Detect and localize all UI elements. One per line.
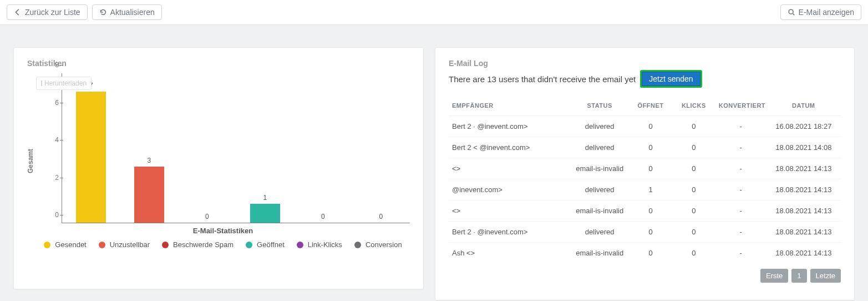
content: Statistiken Herunterladen Gesamt 730100 … bbox=[0, 25, 868, 301]
chart-plot: 730100 02468 bbox=[62, 73, 410, 223]
legend-dot bbox=[44, 242, 50, 248]
legend-dot bbox=[246, 242, 252, 248]
cell-status: delivered bbox=[570, 179, 629, 200]
legend-item-beschwerde-spam[interactable]: Beschwerde Spam bbox=[162, 240, 234, 249]
table-row[interactable]: <>email-is-invalid00-18.08.2021 14:13 bbox=[449, 200, 841, 222]
pager: Erste 1 Letzte bbox=[449, 269, 841, 283]
bar-value-label: 3 bbox=[120, 157, 179, 164]
legend-label: Unzustellbar bbox=[110, 240, 150, 249]
download-button[interactable]: Herunterladen bbox=[36, 77, 92, 90]
y-tick: 6 bbox=[43, 99, 59, 107]
cell-date: 18.08.2021 14:13 bbox=[767, 158, 841, 179]
cell-recipient: Bert 2 · @inevent.com> bbox=[449, 116, 570, 137]
col-opens[interactable]: ÖFFNET bbox=[629, 96, 672, 116]
cell-recipient: Bert 2 < @inevent.com> bbox=[449, 137, 570, 158]
view-email-label: E-Mail anzeigen bbox=[799, 8, 854, 17]
legend-item-conversion[interactable]: Conversion bbox=[354, 240, 402, 249]
legend-label: Link-Klicks bbox=[308, 240, 342, 249]
email-log-card: E-Mail Log There are 13 users that didn'… bbox=[435, 47, 855, 300]
bar-value-label: 1 bbox=[236, 194, 295, 202]
col-status[interactable]: STATUS bbox=[570, 96, 629, 116]
pager-first-button[interactable]: Erste bbox=[760, 269, 788, 283]
col-date[interactable]: DATUM bbox=[767, 96, 841, 116]
cell-status: email-is-invalid bbox=[570, 243, 629, 264]
pager-last-button[interactable]: Letzte bbox=[810, 269, 841, 283]
x-axis-title: E-Mail-Statistiken bbox=[36, 227, 410, 235]
legend-dot bbox=[162, 242, 169, 248]
search-icon bbox=[788, 8, 795, 16]
topbar: Zurück zur Liste Aktualisieren E-Mail an… bbox=[0, 0, 868, 25]
cell-clicks: 0 bbox=[672, 222, 715, 243]
send-highlight-frame: Jetzt senden bbox=[640, 70, 702, 88]
stats-title: Statistiken bbox=[27, 59, 410, 68]
chart-legend: GesendetUnzustellbarBeschwerde SpamGeöff… bbox=[36, 240, 410, 249]
svg-line-1 bbox=[793, 14, 794, 16]
log-header: E-Mail Log There are 13 users that didn'… bbox=[449, 59, 841, 88]
log-title: E-Mail Log bbox=[449, 59, 841, 68]
download-icon bbox=[41, 81, 42, 86]
send-now-button[interactable]: Jetzt senden bbox=[642, 72, 700, 86]
cell-date: 18.08.2021 14:13 bbox=[767, 243, 841, 264]
cell-date: 18.08.2021 14:13 bbox=[767, 200, 841, 222]
cell-recipient: <> bbox=[449, 200, 570, 222]
table-row[interactable]: Bert 2 · @inevent.com>delivered00-16.08.… bbox=[449, 116, 841, 137]
y-tick: 8 bbox=[43, 61, 59, 69]
bar-beschwerde-spam: 0 bbox=[178, 73, 236, 223]
legend-item-link-klicks[interactable]: Link-Klicks bbox=[297, 240, 342, 249]
cell-opens: 0 bbox=[629, 116, 672, 137]
bar-value-label: 0 bbox=[178, 213, 236, 220]
table-row[interactable]: <>email-is-invalid00-18.08.2021 14:13 bbox=[449, 158, 841, 179]
col-clicks[interactable]: KLICKS bbox=[672, 96, 715, 116]
pager-page-1-button[interactable]: 1 bbox=[791, 269, 806, 283]
cell-status: delivered bbox=[570, 222, 629, 243]
bar-value-label: 0 bbox=[352, 213, 410, 220]
cell-opens: 1 bbox=[629, 179, 672, 200]
cell-date: 18.08.2021 14:13 bbox=[767, 179, 841, 200]
topbar-right: E-Mail anzeigen bbox=[780, 4, 861, 20]
download-label: Herunterladen bbox=[44, 79, 87, 87]
topbar-left: Zurück zur Liste Aktualisieren bbox=[7, 4, 162, 20]
table-row[interactable]: Ash <>email-is-invalid00-18.08.2021 14:1… bbox=[449, 243, 841, 264]
cell-date: 16.08.2021 18:27 bbox=[767, 116, 841, 137]
bar-gesendet: 7 bbox=[62, 73, 120, 223]
cell-opens: 0 bbox=[629, 158, 672, 179]
cell-clicks: 0 bbox=[672, 200, 715, 222]
back-button[interactable]: Zurück zur Liste bbox=[7, 4, 88, 20]
legend-item-geöffnet[interactable]: Geöffnet bbox=[246, 240, 285, 249]
chart: Gesamt 730100 02468 E-Mail-Statistiken G… bbox=[36, 73, 410, 249]
view-email-button[interactable]: E-Mail anzeigen bbox=[780, 4, 861, 20]
col-recipient[interactable]: EMPFÄNGER bbox=[449, 96, 570, 116]
table-header-row: EMPFÄNGER STATUS ÖFFNET KLICKS KONVERTIE… bbox=[449, 96, 841, 116]
legend-item-unzustellbar[interactable]: Unzustellbar bbox=[99, 240, 150, 249]
bar-rect bbox=[250, 204, 280, 223]
log-subheader: There are 13 users that didn't receive t… bbox=[449, 70, 841, 88]
cell-recipient: <> bbox=[449, 158, 570, 179]
legend-dot bbox=[354, 242, 361, 248]
col-converts[interactable]: KONVERTIERT bbox=[715, 96, 767, 116]
table-row[interactable]: Bert 2 < @inevent.com>delivered00-18.08.… bbox=[449, 137, 841, 158]
cell-clicks: 0 bbox=[672, 243, 715, 264]
y-axis-label: Gesamt bbox=[27, 149, 34, 173]
cell-status: delivered bbox=[570, 116, 629, 137]
email-log-table: EMPFÄNGER STATUS ÖFFNET KLICKS KONVERTIE… bbox=[449, 96, 841, 263]
table-row[interactable]: @inevent.com>delivered10-18.08.2021 14:1… bbox=[449, 179, 841, 200]
refresh-icon bbox=[99, 8, 107, 16]
cell-status: delivered bbox=[570, 137, 629, 158]
cell-converts: - bbox=[715, 243, 767, 264]
legend-label: Gesendet bbox=[55, 240, 86, 249]
chevron-left-icon bbox=[14, 8, 22, 16]
legend-dot bbox=[99, 242, 105, 248]
cell-clicks: 0 bbox=[672, 179, 715, 200]
cell-opens: 0 bbox=[629, 137, 672, 158]
legend-label: Geöffnet bbox=[257, 240, 285, 249]
legend-dot bbox=[297, 242, 303, 248]
table-row[interactable]: Bert 2 · @inevent.com>delivered00-18.08.… bbox=[449, 222, 841, 243]
cell-status: email-is-invalid bbox=[570, 200, 629, 222]
cell-converts: - bbox=[715, 158, 767, 179]
bar-geöffnet: 1 bbox=[236, 73, 295, 223]
refresh-button[interactable]: Aktualisieren bbox=[92, 4, 162, 20]
legend-label: Beschwerde Spam bbox=[173, 240, 234, 249]
cell-opens: 0 bbox=[629, 200, 672, 222]
cell-recipient: @inevent.com> bbox=[449, 179, 570, 200]
legend-item-gesendet[interactable]: Gesendet bbox=[44, 240, 86, 249]
